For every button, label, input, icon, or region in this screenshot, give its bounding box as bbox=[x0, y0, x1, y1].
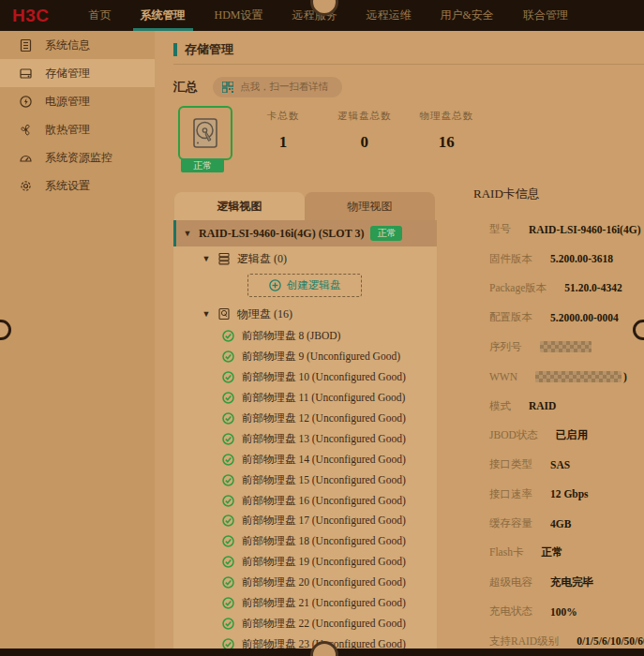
physical-disk-label: 前部物理盘 15 (Unconfigured Good) bbox=[242, 473, 406, 487]
info-field-label: 超级电容 bbox=[489, 575, 532, 589]
info-field-value: 已启用 bbox=[556, 428, 589, 442]
sidebar-item-settings[interactable]: 系统设置 bbox=[0, 171, 155, 200]
info-field-value-text: 12 Gbps bbox=[550, 488, 589, 499]
info-field-value-text: 5.2000.00-0004 bbox=[550, 312, 619, 323]
stat-label: 逻辑盘总数 bbox=[337, 110, 392, 123]
info-field-label: 缓存容量 bbox=[489, 516, 532, 530]
physical-disk-item[interactable]: 前部物理盘 18 (Unconfigured Good) bbox=[173, 531, 437, 552]
info-field-label: JBOD状态 bbox=[489, 428, 538, 442]
sidebar-item-label: 电源管理 bbox=[45, 94, 90, 110]
physical-disk-item[interactable]: 前部物理盘 12 (Unconfigured Good) bbox=[173, 409, 437, 429]
summary-header: 汇总 点我，扫一扫看详情 bbox=[173, 77, 342, 97]
physical-disk-item[interactable]: 前部物理盘 19 (Unconfigured Good) bbox=[173, 552, 437, 573]
stat-value: 16 bbox=[420, 133, 474, 152]
info-field-label: 固件版本 bbox=[489, 252, 532, 266]
summary-stats: 卡总数 1 逻辑盘总数 0 物理盘总数 16 bbox=[257, 110, 502, 152]
physical-disk-item[interactable]: 前部物理盘 16 (Unconfigured Good) bbox=[173, 490, 437, 511]
info-field-value-text: 4GB bbox=[550, 518, 571, 529]
info-field-label: 充电状态 bbox=[489, 604, 532, 619]
info-field-value: 正常 bbox=[541, 545, 562, 559]
info-field-value: RAID bbox=[529, 400, 556, 411]
summary-stat: 物理盘总数 16 bbox=[420, 110, 474, 152]
physical-disk-item[interactable]: 前部物理盘 20 (Unconfigured Good) bbox=[173, 573, 437, 593]
view-tabs: 逻辑视图 物理视图 bbox=[174, 192, 435, 220]
check-circle-icon bbox=[222, 618, 234, 630]
sidebar-item-label: 系统信息 bbox=[45, 37, 90, 53]
info-field-value: 0/1/5/6/10/50/60 bbox=[577, 635, 644, 647]
top-nav-item[interactable]: HDM设置 bbox=[213, 0, 265, 31]
physical-disk-label: 前部物理盘 9 (Unconfigured Good) bbox=[242, 350, 400, 364]
top-nav-item[interactable]: 系统管理 bbox=[139, 0, 187, 31]
page-title: 存储管理 bbox=[185, 41, 233, 58]
info-field-row: WWN ) bbox=[473, 362, 640, 391]
info-field-row: Flash卡 正常 bbox=[473, 538, 640, 567]
create-logical-disk-button[interactable]: 创建逻辑盘 bbox=[247, 274, 362, 297]
physical-disk-item[interactable]: 前部物理盘 15 (Unconfigured Good) bbox=[173, 470, 437, 490]
physical-disk-item[interactable]: 前部物理盘 21 (Unconfigured Good) bbox=[173, 593, 437, 614]
physical-disk-item[interactable]: 前部物理盘 14 (Unconfigured Good) bbox=[173, 449, 437, 470]
info-field-row: 固件版本 5.200.00-3618 bbox=[473, 244, 640, 273]
physical-disk-item[interactable]: 前部物理盘 11 (Unconfigured Good) bbox=[173, 388, 437, 409]
info-field-row: 缓存容量 4GB bbox=[473, 509, 640, 538]
sidebar-item-resource-monitor[interactable]: 系统资源监控 bbox=[0, 143, 155, 171]
info-field-value-text: 100% bbox=[550, 606, 577, 618]
view-tab[interactable]: 物理视图 bbox=[305, 192, 435, 220]
logical-disks-node[interactable]: ▼ 逻辑盘 (0) bbox=[173, 246, 437, 271]
info-field-value-text: 已启用 bbox=[556, 428, 589, 442]
sidebar-item-power[interactable]: 电源管理 bbox=[0, 87, 155, 115]
check-circle-icon bbox=[222, 350, 234, 363]
sidebar-item-storage[interactable]: 存储管理 bbox=[0, 59, 155, 87]
physical-disk-list: 前部物理盘 8 (JBOD) 前部物理盘 9 (Unconfigured Goo… bbox=[173, 326, 437, 649]
info-field-value: 12 Gbps bbox=[550, 488, 589, 499]
check-circle-icon bbox=[222, 597, 234, 609]
top-nav-item[interactable]: 远程运维 bbox=[365, 0, 413, 31]
physical-disk-item[interactable]: 前部物理盘 23 (Unconfigured Good) bbox=[173, 634, 437, 649]
raid-card-summary: 正常 bbox=[178, 106, 232, 160]
physical-disk-item[interactable]: 前部物理盘 17 (Unconfigured Good) bbox=[173, 511, 437, 531]
physical-disk-item[interactable]: 前部物理盘 22 (Unconfigured Good) bbox=[173, 613, 437, 634]
info-field-row: 模式 RAID bbox=[473, 391, 640, 420]
raid-card-tile[interactable] bbox=[178, 106, 232, 160]
raid-card-status-badge: 正常 bbox=[181, 158, 224, 172]
stat-label: 卡总数 bbox=[257, 110, 309, 123]
physical-disk-item[interactable]: 前部物理盘 10 (Unconfigured Good) bbox=[173, 367, 437, 388]
info-field-value: 100% bbox=[550, 606, 577, 618]
collapse-caret-icon[interactable]: ▼ bbox=[202, 309, 211, 319]
title-accent-bar bbox=[173, 43, 177, 56]
raid-card-info-title: RAID卡信息 bbox=[473, 186, 640, 202]
summary-stat: 逻辑盘总数 0 bbox=[337, 110, 392, 152]
logical-disk-icon bbox=[217, 252, 231, 265]
collapse-caret-icon[interactable]: ▼ bbox=[183, 229, 192, 238]
physical-disk-icon bbox=[217, 307, 231, 321]
collapse-caret-icon[interactable]: ▼ bbox=[202, 254, 211, 263]
check-circle-icon bbox=[222, 535, 234, 547]
check-circle-icon bbox=[222, 495, 234, 507]
sidebar-item-cooling[interactable]: 散热管理 bbox=[0, 115, 155, 143]
view-tab[interactable]: 逻辑视图 bbox=[174, 192, 305, 220]
sidebar-item-system-info[interactable]: 系统信息 bbox=[0, 31, 155, 59]
top-nav-item[interactable]: 首页 bbox=[87, 0, 113, 31]
raid-controller-node[interactable]: ▼ RAID-LSI-9460-16i(4G) (SLOT 3) 正常 bbox=[173, 220, 437, 246]
physical-disk-item[interactable]: 前部物理盘 13 (Unconfigured Good) bbox=[173, 428, 437, 449]
physical-disks-node[interactable]: ▼ 物理盘 (16) bbox=[173, 302, 437, 326]
top-nav-item[interactable]: 用户&安全 bbox=[439, 0, 496, 31]
sidebar-item-label: 系统资源监控 bbox=[45, 150, 112, 166]
info-field-label: 序列号 bbox=[489, 340, 522, 354]
info-field-value-text: 51.20.0-4342 bbox=[564, 282, 622, 293]
info-field-label: WWN bbox=[489, 371, 517, 382]
check-circle-icon bbox=[222, 433, 234, 445]
qr-code-icon bbox=[222, 82, 233, 93]
check-circle-icon bbox=[222, 638, 234, 649]
physical-disk-label: 前部物理盘 12 (Unconfigured Good) bbox=[242, 411, 406, 425]
qr-scan-label: 点我，扫一扫看详情 bbox=[240, 81, 329, 94]
sidebar-item-label: 散热管理 bbox=[45, 122, 90, 138]
physical-disk-item[interactable]: 前部物理盘 9 (Unconfigured Good) bbox=[173, 347, 437, 367]
qr-scan-button[interactable]: 点我，扫一扫看详情 bbox=[213, 77, 342, 97]
document-icon bbox=[19, 38, 33, 52]
top-nav-item[interactable]: 联合管理 bbox=[521, 0, 570, 31]
check-circle-icon bbox=[222, 474, 234, 486]
physical-disk-item[interactable]: 前部物理盘 8 (JBOD) bbox=[173, 326, 437, 347]
physical-disk-label: 前部物理盘 20 (Unconfigured Good) bbox=[242, 575, 406, 589]
gauge-icon bbox=[19, 151, 33, 165]
physical-disks-label: 物理盘 (16) bbox=[237, 306, 292, 322]
